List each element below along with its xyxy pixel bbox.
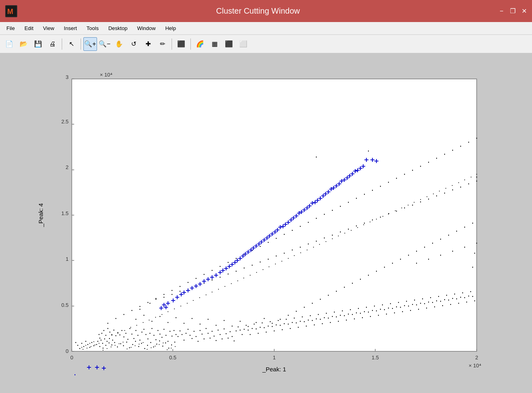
svg-point-479 bbox=[111, 347, 111, 347]
svg-point-206 bbox=[358, 308, 358, 309]
svg-point-286 bbox=[303, 307, 304, 308]
svg-point-423 bbox=[199, 297, 200, 298]
menu-item-edit[interactable]: Edit bbox=[20, 24, 37, 33]
svg-point-389 bbox=[324, 214, 324, 215]
svg-point-334 bbox=[348, 229, 348, 230]
window-controls: − ❐ ✕ bbox=[498, 7, 528, 15]
toolbar-btn-link-axes[interactable]: ⬛ bbox=[174, 37, 188, 51]
menu-item-help[interactable]: Help bbox=[161, 24, 180, 33]
svg-point-270 bbox=[175, 317, 176, 318]
toolbar-btn-zoom-out[interactable]: 🔍− bbox=[98, 37, 111, 51]
toolbar-btn-pointer[interactable]: ↖ bbox=[65, 37, 78, 51]
svg-point-226 bbox=[398, 302, 398, 303]
svg-point-324 bbox=[267, 259, 268, 260]
svg-point-44 bbox=[106, 341, 107, 342]
svg-point-167 bbox=[279, 325, 280, 326]
svg-point-175 bbox=[295, 322, 296, 323]
svg-point-256 bbox=[458, 303, 459, 304]
svg-point-419 bbox=[174, 308, 175, 309]
svg-point-331 bbox=[324, 238, 324, 238]
svg-point-145 bbox=[235, 331, 236, 331]
svg-point-438 bbox=[294, 255, 295, 256]
svg-point-225 bbox=[396, 306, 396, 307]
svg-point-181 bbox=[307, 320, 308, 320]
svg-point-402 bbox=[428, 162, 429, 163]
svg-point-46 bbox=[109, 338, 109, 339]
svg-point-121 bbox=[187, 329, 188, 330]
svg-point-443 bbox=[326, 241, 326, 242]
svg-point-128 bbox=[201, 334, 202, 335]
menu-item-view[interactable]: View bbox=[39, 24, 58, 33]
svg-point-153 bbox=[251, 328, 252, 329]
svg-point-75 bbox=[171, 336, 172, 337]
svg-point-144 bbox=[233, 341, 234, 341]
close-button[interactable]: ✕ bbox=[520, 7, 528, 15]
svg-point-385 bbox=[291, 230, 292, 231]
svg-point-182 bbox=[309, 315, 310, 316]
menu-item-desktop[interactable]: Desktop bbox=[104, 24, 131, 33]
menu-item-file[interactable]: File bbox=[2, 24, 19, 33]
svg-point-442 bbox=[319, 244, 320, 245]
toolbar-btn-print[interactable]: 🖨 bbox=[46, 37, 59, 51]
svg-point-203 bbox=[352, 314, 352, 315]
svg-point-124 bbox=[193, 331, 194, 332]
svg-point-372 bbox=[187, 282, 188, 283]
svg-point-50 bbox=[121, 330, 122, 331]
menu-item-tools[interactable]: Tools bbox=[83, 24, 103, 33]
svg-point-106 bbox=[93, 345, 94, 346]
toolbar-separator bbox=[190, 38, 191, 50]
svg-point-59 bbox=[139, 340, 140, 341]
svg-point-361 bbox=[472, 267, 473, 268]
svg-point-108 bbox=[89, 347, 90, 348]
toolbar-btn-show-axes[interactable]: ⬜ bbox=[237, 37, 250, 51]
svg-point-199 bbox=[344, 315, 344, 316]
svg-point-33 bbox=[103, 330, 104, 331]
svg-point-254 bbox=[454, 294, 455, 294]
svg-point-210 bbox=[366, 307, 366, 308]
svg-point-298 bbox=[400, 259, 401, 260]
svg-point-354 bbox=[452, 251, 453, 252]
svg-point-328 bbox=[299, 247, 300, 248]
toolbar-btn-colorbar[interactable]: 🌈 bbox=[193, 37, 207, 51]
svg-point-205 bbox=[356, 312, 356, 313]
toolbar-btn-legend[interactable]: ▦ bbox=[208, 37, 221, 51]
svg-point-238 bbox=[422, 298, 423, 299]
toolbar-btn-new[interactable]: 📄 bbox=[2, 37, 16, 51]
svg-point-94 bbox=[141, 343, 142, 344]
toolbar-btn-rotate[interactable]: ↺ bbox=[127, 37, 140, 51]
toolbar-btn-data-cursor[interactable]: ✚ bbox=[141, 37, 155, 51]
toolbar-btn-pan[interactable]: ✋ bbox=[112, 37, 126, 51]
svg-point-240 bbox=[426, 308, 427, 308]
svg-point-471 bbox=[93, 341, 94, 342]
svg-point-475 bbox=[95, 345, 95, 345]
svg-point-133 bbox=[211, 331, 212, 332]
toolbar-btn-zoom-in[interactable]: 🔍+ bbox=[83, 37, 97, 51]
menu-item-window[interactable]: Window bbox=[133, 24, 160, 33]
svg-point-490 bbox=[155, 346, 156, 347]
app-logo: M bbox=[4, 4, 18, 18]
svg-point-323 bbox=[259, 262, 260, 262]
menu-item-insert[interactable]: Insert bbox=[60, 24, 81, 33]
svg-point-142 bbox=[229, 331, 230, 332]
svg-point-51 bbox=[123, 337, 124, 337]
restore-button[interactable]: ❐ bbox=[509, 7, 517, 15]
svg-point-60 bbox=[141, 332, 142, 333]
toolbar-separator bbox=[62, 38, 62, 50]
toolbar-btn-hide[interactable]: ⬛ bbox=[222, 37, 236, 51]
toolbar-btn-save[interactable]: 💾 bbox=[31, 37, 45, 51]
toolbar-btn-open[interactable]: 📂 bbox=[17, 37, 30, 51]
plot-container: 0 0.5 1 1.5 2 2.5 3 0 0.5 bbox=[4, 57, 528, 389]
svg-point-43 bbox=[104, 339, 105, 339]
minimize-button[interactable]: − bbox=[498, 7, 506, 15]
svg-point-450 bbox=[370, 222, 370, 222]
svg-point-375 bbox=[211, 270, 212, 271]
svg-point-39 bbox=[115, 335, 116, 336]
svg-point-70 bbox=[161, 337, 162, 338]
svg-point-485 bbox=[135, 345, 136, 346]
toolbar-btn-brush[interactable]: ✏ bbox=[156, 37, 169, 51]
svg-point-404 bbox=[444, 154, 445, 155]
svg-point-85 bbox=[114, 342, 115, 343]
svg-point-391 bbox=[340, 206, 340, 207]
svg-point-488 bbox=[147, 349, 148, 350]
svg-point-149 bbox=[243, 329, 244, 330]
